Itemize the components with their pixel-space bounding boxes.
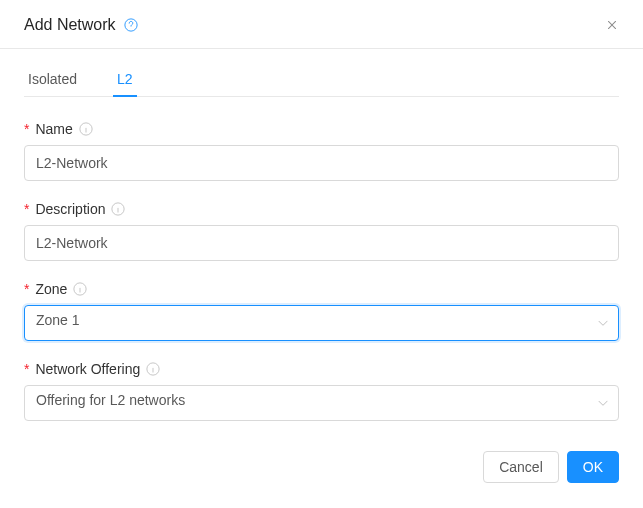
tab-l2-label: L2	[117, 71, 133, 87]
offering-select-value: Offering for L2 networks	[24, 385, 619, 421]
form-item-description: * Description	[24, 201, 619, 261]
ok-button-label: OK	[583, 459, 603, 475]
cancel-button-label: Cancel	[499, 459, 543, 475]
required-asterisk: *	[24, 122, 29, 136]
zone-label: Zone	[35, 281, 67, 297]
add-network-modal: Add Network Isolated L2 *	[0, 0, 643, 507]
required-asterisk: *	[24, 362, 29, 376]
offering-select[interactable]: Offering for L2 networks	[24, 385, 619, 421]
form-item-offering: * Network Offering Offering for L2 netwo…	[24, 361, 619, 421]
info-icon[interactable]	[111, 202, 125, 216]
description-label: Description	[35, 201, 105, 217]
zone-select[interactable]: Zone 1	[24, 305, 619, 341]
required-asterisk: *	[24, 282, 29, 296]
tabs: Isolated L2	[24, 61, 619, 97]
offering-label: Network Offering	[35, 361, 140, 377]
cancel-button[interactable]: Cancel	[483, 451, 559, 483]
ok-button[interactable]: OK	[567, 451, 619, 483]
required-asterisk: *	[24, 202, 29, 216]
tab-l2[interactable]: L2	[113, 61, 137, 97]
tab-isolated[interactable]: Isolated	[24, 61, 81, 97]
name-label: Name	[35, 121, 72, 137]
info-icon[interactable]	[73, 282, 87, 296]
description-input[interactable]	[24, 225, 619, 261]
modal-header: Add Network	[0, 0, 643, 49]
modal-body: Isolated L2 * Name * Description	[0, 49, 643, 421]
zone-select-value: Zone 1	[24, 305, 619, 341]
close-icon[interactable]	[605, 18, 619, 32]
form-item-zone: * Zone Zone 1	[24, 281, 619, 341]
info-icon[interactable]	[79, 122, 93, 136]
help-icon[interactable]	[124, 18, 138, 32]
name-input[interactable]	[24, 145, 619, 181]
modal-footer: Cancel OK	[0, 441, 643, 507]
form-item-name: * Name	[24, 121, 619, 181]
tab-isolated-label: Isolated	[28, 71, 77, 87]
modal-title: Add Network	[24, 16, 116, 34]
info-icon[interactable]	[146, 362, 160, 376]
